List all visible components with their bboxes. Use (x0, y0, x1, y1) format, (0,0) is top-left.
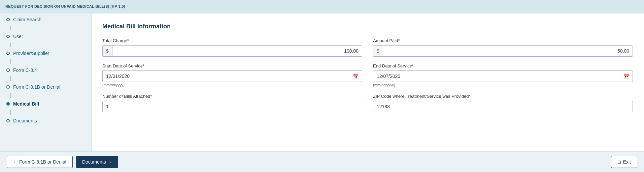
sidebar-label-documents: Documents (13, 118, 37, 123)
zip-group: ZIP Code where Treatment/Service was Pro… (373, 94, 633, 112)
zip-label: ZIP Code where Treatment/Service was Pro… (373, 94, 633, 99)
connector-5 (10, 93, 10, 98)
exit-label: Exit (623, 159, 631, 165)
content-area: Medical Bill Information Total Charge* $… (92, 13, 644, 151)
start-date-hint: (mm/dd/yyyy) (102, 83, 362, 87)
end-date-calendar-icon[interactable]: 📅 (620, 71, 633, 82)
connector-2 (10, 42, 10, 47)
num-bills-input[interactable] (102, 101, 362, 112)
form-row-bills-zip: Number of Bills Attached* ZIP Code where… (102, 94, 633, 112)
zip-input[interactable] (373, 101, 633, 112)
sidebar-label-provider: Provider/Supplier (13, 51, 49, 56)
sidebar-item-form-c81b[interactable]: Form C-8.1B or Denial (0, 81, 91, 93)
bullet-form-c84 (6, 68, 10, 72)
top-bar: REQUEST FOR DECISION ON UNPAID MEDICAL B… (0, 0, 644, 13)
form-row-dates: Start Date of Service* 📅 (mm/dd/yyyy) En… (102, 63, 633, 87)
amount-paid-label: Amount Paid* (373, 38, 633, 43)
total-charge-prefix: $ (103, 46, 112, 56)
bullet-medical-bill (6, 102, 10, 106)
back-button[interactable]: ← Form C-8.1B or Denial (7, 156, 73, 168)
start-date-wrapper: 📅 (102, 70, 362, 82)
start-date-input[interactable] (103, 71, 349, 82)
end-date-label: End Date of Service* (373, 63, 633, 68)
sidebar-label-user: User (13, 34, 23, 39)
exit-icon: ⊡ (617, 160, 621, 165)
connector-3 (10, 59, 10, 64)
sidebar-item-documents[interactable]: Documents (0, 115, 91, 127)
bullet-claim-search (6, 18, 10, 21)
start-date-label: Start Date of Service* (102, 63, 362, 68)
start-date-group: Start Date of Service* 📅 (mm/dd/yyyy) (102, 63, 362, 87)
bottom-left-buttons: ← Form C-8.1B or Denial Documents → (7, 156, 118, 168)
bullet-user (6, 35, 10, 38)
sidebar-label-medical-bill: Medical Bill (13, 101, 39, 107)
end-date-wrapper: 📅 (373, 70, 633, 82)
amount-paid-input[interactable] (383, 46, 633, 56)
sidebar-item-provider[interactable]: Provider/Supplier (0, 47, 91, 59)
end-date-hint: (mm/dd/yyyy) (373, 83, 633, 87)
connector-4 (10, 76, 10, 81)
amount-paid-input-wrapper: $ (373, 45, 633, 57)
connector-6 (10, 110, 10, 115)
total-charge-label: Total Charge* (102, 38, 362, 43)
total-charge-input[interactable] (112, 46, 362, 56)
amount-paid-group: Amount Paid* $ (373, 38, 633, 57)
exit-button[interactable]: ⊡ Exit (611, 156, 637, 168)
connector-1 (10, 26, 10, 30)
end-date-input[interactable] (373, 71, 620, 82)
sidebar-item-user[interactable]: User (0, 30, 91, 42)
sidebar-item-medical-bill[interactable]: Medical Bill (0, 98, 91, 110)
total-charge-group: Total Charge* $ (102, 38, 362, 57)
top-bar-title: REQUEST FOR DECISION ON UNPAID MEDICAL B… (5, 4, 125, 9)
sidebar-item-claim-search[interactable]: Claim Search (0, 13, 91, 26)
next-button[interactable]: Documents → (76, 156, 118, 168)
num-bills-group: Number of Bills Attached* (102, 94, 362, 112)
bullet-form-c81b (6, 85, 10, 89)
sidebar: Claim Search User Provider/Supplier Form… (0, 13, 92, 151)
num-bills-label: Number of Bills Attached* (102, 94, 362, 99)
end-date-group: End Date of Service* 📅 (mm/dd/yyyy) (373, 63, 633, 87)
form-row-charges: Total Charge* $ Amount Paid* $ (102, 38, 633, 57)
section-title: Medical Bill Information (102, 23, 633, 30)
sidebar-label-claim-search: Claim Search (13, 17, 41, 22)
amount-paid-prefix: $ (373, 46, 383, 56)
total-charge-input-wrapper: $ (102, 45, 362, 57)
bullet-documents (6, 119, 10, 122)
bullet-provider (6, 52, 10, 55)
bottom-bar: ← Form C-8.1B or Denial Documents → ⊡ Ex… (0, 151, 644, 172)
start-date-calendar-icon[interactable]: 📅 (349, 71, 362, 82)
sidebar-label-form-c81b: Form C-8.1B or Denial (13, 84, 60, 90)
sidebar-label-form-c84: Form C-8.4 (13, 67, 37, 73)
sidebar-item-form-c84[interactable]: Form C-8.4 (0, 64, 91, 76)
